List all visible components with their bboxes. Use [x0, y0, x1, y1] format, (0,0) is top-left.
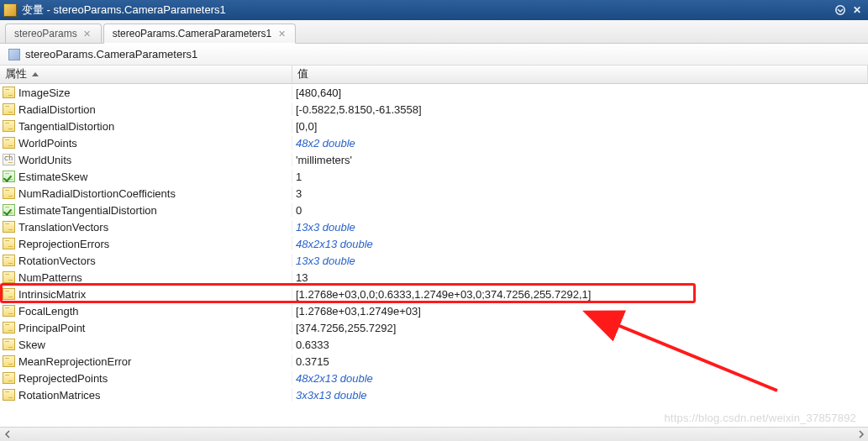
- column-header-name-label: 属性: [5, 67, 27, 81]
- property-name: NumRadialDistortionCoefficients: [18, 187, 176, 200]
- table-row[interactable]: RadialDistortion[-0.5822,5.8150,-61.3558…: [0, 101, 868, 118]
- scrollbar-track[interactable]: [14, 428, 854, 441]
- property-name: RotationMatrices: [18, 389, 101, 402]
- logical-icon: [0, 170, 17, 183]
- numeric-icon: [0, 270, 17, 284]
- property-name: MeanReprojectionError: [18, 355, 131, 368]
- table-row[interactable]: NumRadialDistortionCoefficients3: [0, 185, 868, 202]
- tab-label: stereoParams: [14, 28, 77, 39]
- dropdown-circle-icon: [834, 4, 846, 16]
- table-row[interactable]: PrincipalPoint[374.7256,255.7292]: [0, 319, 868, 336]
- numeric-icon: [0, 287, 17, 301]
- property-name: TangentialDistortion: [18, 120, 114, 133]
- property-value: [0,0]: [292, 120, 868, 133]
- property-value[interactable]: 13x3 double: [292, 255, 868, 267]
- property-value: 0: [292, 204, 868, 217]
- table-row[interactable]: ReprojectionErrors48x2x13 double: [0, 235, 868, 252]
- property-name: ReprojectedPoints: [18, 372, 108, 385]
- object-icon: [8, 49, 20, 60]
- property-value: 'millimeters': [292, 154, 868, 166]
- table-row[interactable]: WorldPoints48x2 double: [0, 134, 868, 151]
- breadcrumb-bar: stereoParams.CameraParameters1: [0, 44, 868, 66]
- table-row[interactable]: FocalLength[1.2768e+03,1.2749e+03]: [0, 302, 868, 319]
- window-close-button[interactable]: ✕: [850, 3, 865, 18]
- property-value[interactable]: 48x2x13 double: [292, 238, 868, 250]
- numeric-icon: [0, 354, 17, 368]
- numeric-icon: [0, 102, 17, 116]
- property-value[interactable]: 48x2x13 double: [292, 372, 868, 385]
- property-name: RadialDistortion: [18, 103, 96, 116]
- char-icon: [0, 153, 17, 166]
- property-value: [374.7256,255.7292]: [292, 322, 868, 334]
- numeric-icon: [0, 321, 17, 334]
- tab-cameraparameters1[interactable]: stereoParams.CameraParameters1 ✕: [103, 24, 296, 44]
- scroll-right-button[interactable]: [854, 428, 868, 442]
- numeric-icon: [0, 186, 17, 200]
- chevron-left-icon: [3, 430, 12, 438]
- table-row[interactable]: RotationVectors13x3 double: [0, 252, 868, 269]
- table-row[interactable]: TranslationVectors13x3 double: [0, 218, 868, 235]
- chevron-right-icon: [857, 430, 865, 438]
- titlebar: 变量 - stereoParams.CameraParameters1 ✕: [0, 0, 868, 20]
- property-name: ImageSize: [18, 87, 70, 99]
- table-row[interactable]: TangentialDistortion[0,0]: [0, 118, 868, 134]
- table-row[interactable]: EstimateSkew1: [0, 168, 868, 185]
- property-name: PrincipalPoint: [18, 322, 86, 334]
- property-value: [480,640]: [292, 87, 868, 99]
- column-headers: 属性 值: [0, 66, 868, 84]
- property-name: WorldUnits: [18, 154, 71, 166]
- property-value: 13: [292, 271, 868, 284]
- table-row[interactable]: IntrinsicMatrix[1.2768e+03,0,0;0.6333,1.…: [0, 286, 868, 302]
- property-value: 3: [292, 187, 868, 200]
- property-value: 0.6333: [292, 339, 868, 351]
- numeric-icon: [0, 371, 17, 385]
- numeric-icon: [0, 86, 17, 99]
- numeric-icon: [0, 254, 17, 267]
- property-value: [1.2768e+03,1.2749e+03]: [292, 305, 868, 318]
- numeric-icon: [0, 338, 17, 351]
- property-value: [1.2768e+03,0,0;0.6333,1.2749e+03,0;374.…: [292, 288, 868, 301]
- property-grid: ImageSize[480,640]RadialDistortion[-0.58…: [0, 84, 868, 423]
- table-row[interactable]: Skew0.6333: [0, 336, 868, 353]
- numeric-icon: [0, 136, 17, 150]
- numeric-icon: [0, 237, 17, 250]
- property-name: EstimateTangentialDistortion: [18, 204, 157, 217]
- property-value: [-0.5822,5.8150,-61.3558]: [292, 103, 868, 116]
- numeric-icon: [0, 220, 17, 234]
- column-header-value-label: 值: [297, 67, 308, 81]
- property-value[interactable]: 3x3x13 double: [292, 389, 868, 402]
- property-name: IntrinsicMatrix: [18, 288, 86, 301]
- scroll-left-button[interactable]: [0, 428, 14, 442]
- tabstrip: stereoParams ✕ stereoParams.CameraParame…: [0, 20, 868, 44]
- tab-label: stereoParams.CameraParameters1: [113, 28, 271, 39]
- window-minimize-button[interactable]: [833, 3, 848, 18]
- numeric-icon: [0, 388, 17, 402]
- breadcrumb: stereoParams.CameraParameters1: [25, 48, 197, 60]
- table-row[interactable]: RotationMatrices3x3x13 double: [0, 386, 868, 403]
- property-value[interactable]: 13x3 double: [292, 221, 868, 234]
- table-row[interactable]: ImageSize[480,640]: [0, 84, 868, 101]
- numeric-icon: [0, 119, 17, 133]
- table-row[interactable]: EstimateTangentialDistortion0: [0, 202, 868, 218]
- tab-stereoparams[interactable]: stereoParams ✕: [5, 24, 102, 43]
- property-value[interactable]: 48x2 double: [292, 137, 868, 150]
- property-name: RotationVectors: [18, 255, 96, 267]
- column-header-value[interactable]: 值: [292, 66, 868, 83]
- property-name: WorldPoints: [18, 137, 77, 150]
- window-title: 变量 - stereoParams.CameraParameters1: [22, 3, 831, 18]
- property-name: EstimateSkew: [18, 171, 87, 183]
- property-name: FocalLength: [18, 305, 79, 318]
- property-value: 0.3715: [292, 355, 868, 368]
- property-value: 1: [292, 171, 868, 183]
- property-name: Skew: [18, 339, 45, 351]
- table-row[interactable]: NumPatterns13: [0, 269, 868, 286]
- table-row[interactable]: ReprojectedPoints48x2x13 double: [0, 370, 868, 386]
- column-header-name[interactable]: 属性: [0, 66, 292, 83]
- table-row[interactable]: MeanReprojectionError0.3715: [0, 353, 868, 370]
- numeric-icon: [0, 304, 17, 318]
- horizontal-scrollbar[interactable]: [0, 427, 868, 441]
- close-icon[interactable]: ✕: [276, 29, 287, 39]
- property-name: NumPatterns: [18, 271, 82, 284]
- table-row[interactable]: WorldUnits'millimeters': [0, 151, 868, 168]
- close-icon[interactable]: ✕: [82, 29, 92, 39]
